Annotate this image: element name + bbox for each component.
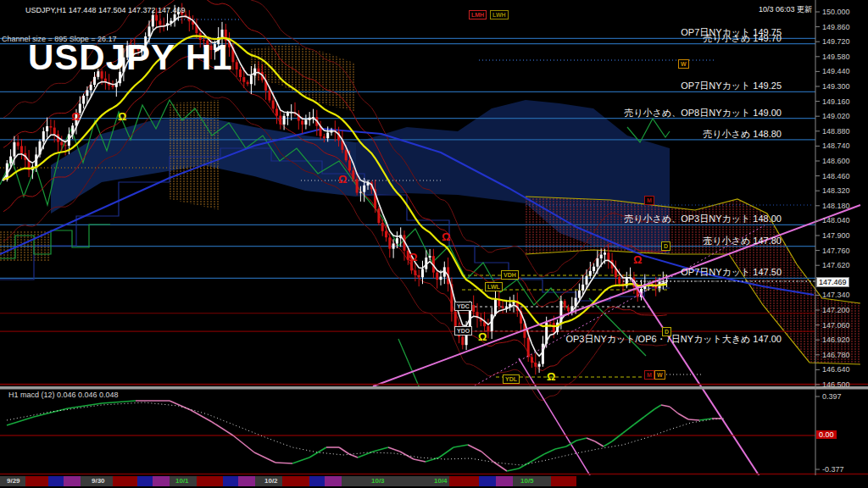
candle [487, 326, 489, 331]
candle [9, 157, 12, 164]
reversal-marker-icon: Ω [409, 252, 417, 263]
axis-label: 147.900 [822, 231, 850, 240]
trading-chart-window: USDJPY,H1 147.448 147.504 147.372 147.46… [0, 0, 868, 488]
axis-label: 148.040 [822, 216, 850, 225]
reversal-marker-icon: Ω [547, 371, 555, 382]
date-label: 9/29 [7, 477, 20, 485]
axis-label: 148.880 [822, 127, 850, 136]
candle [82, 96, 85, 103]
candle [242, 77, 245, 82]
candle [418, 275, 420, 277]
session-segment [113, 476, 137, 486]
axis-label: 149.300 [822, 82, 850, 91]
candle [348, 160, 351, 170]
candle [152, 15, 154, 27]
candle [396, 238, 398, 243]
candle [581, 285, 584, 291]
pivot-badge-w: W [654, 370, 665, 380]
session-segment [449, 476, 479, 486]
candle [90, 85, 92, 90]
date-label: 10/4 [434, 477, 448, 485]
candle [159, 20, 161, 25]
session-segment [551, 476, 576, 486]
current-price-badge: 147.469 [816, 277, 849, 287]
candle [148, 26, 151, 36]
pivot-badge-w: W [678, 59, 689, 69]
candle [247, 82, 249, 84]
pivot-badge-ydl: YDL [503, 374, 520, 384]
candle [53, 128, 56, 135]
session-segment [238, 476, 255, 486]
candle [268, 91, 270, 101]
session-segment [197, 476, 223, 486]
candle [472, 305, 475, 312]
axis-label: 149.160 [822, 97, 850, 106]
macd-zero-badge: 0.00 [816, 430, 837, 439]
candle [553, 323, 555, 332]
session-segment [48, 476, 64, 486]
op-level-annotation: 売り小さめ、OP8日NYカット 149.00 [624, 107, 782, 119]
candle [549, 322, 552, 323]
reversal-marker-icon: Ω [478, 331, 487, 342]
pivot-badge-lmh: LMH [469, 10, 487, 19]
session-segment [153, 476, 170, 486]
pivot-badge-lwl: LWL [485, 282, 503, 291]
candle [618, 277, 620, 284]
pivot-badge-d: D [662, 327, 671, 336]
symbol-ohlc-title: USDJPY,H1 147.448 147.504 147.372 147.46… [25, 6, 186, 14]
candle [250, 75, 253, 84]
op-level-annotation: 売り小さめ、OP3日NYカット 148.00 [624, 213, 782, 225]
candle [93, 77, 96, 85]
date-label: 10/2 [264, 477, 278, 485]
axis-label: 149.440 [822, 67, 850, 75]
candle [304, 120, 307, 125]
reversal-marker-icon: Ω [338, 174, 347, 185]
axis-label: 146.500 [822, 380, 850, 389]
axis-label: 148.600 [822, 157, 850, 165]
op-level-annotation: OP7日NYカット 147.50 [681, 266, 782, 279]
candle [385, 231, 387, 237]
candle [381, 223, 384, 231]
axis-label: 148.460 [822, 172, 850, 180]
candle [356, 179, 359, 192]
candle [593, 267, 595, 271]
candle [253, 69, 256, 76]
candle [326, 133, 329, 139]
session-segment [25, 476, 48, 486]
candle [283, 116, 286, 125]
axis-label: 147.340 [822, 291, 850, 299]
session-segment [479, 476, 496, 486]
op-level-annotation: 売り小さめ 147.80 [704, 235, 782, 247]
reversal-marker-icon: Ω [633, 254, 642, 265]
op-level-annotation: OP7日NYカット 149.25 [681, 80, 782, 92]
candle [13, 142, 15, 157]
reversal-marker-icon: Ω [71, 111, 80, 122]
session-segment [137, 476, 153, 486]
session-segment [64, 476, 81, 486]
axis-label: 150.000 [822, 8, 850, 16]
axis-label: 147.620 [822, 261, 850, 269]
date-label: 9/30 [92, 477, 105, 485]
trendline[interactable] [519, 358, 598, 488]
axis-label: 148.740 [822, 141, 850, 150]
time-axis[interactable]: 9/299/3010/110/210/310/410/5 [0, 475, 868, 488]
pane-separator[interactable] [0, 386, 868, 390]
candle [662, 281, 665, 282]
candle [46, 126, 48, 131]
candle [42, 131, 45, 141]
session-segment [576, 476, 868, 486]
axis-label: 149.720 [822, 37, 850, 46]
candle [534, 363, 537, 367]
session-segment [223, 476, 238, 486]
date-label: 10/5 [520, 477, 534, 485]
candle [586, 276, 588, 285]
macd-axis-label: 0.397 [822, 392, 842, 401]
candle [607, 252, 609, 260]
axis-label: 146.640 [822, 365, 850, 374]
axis-label: 147.060 [822, 321, 850, 330]
candle [301, 121, 303, 125]
date-label: 10/1 [175, 477, 189, 485]
watermark-symbol-label: USDJPY H1 [28, 37, 233, 78]
candle [531, 357, 533, 363]
update-timestamp: 10/3 06:03 更新 [759, 4, 812, 15]
